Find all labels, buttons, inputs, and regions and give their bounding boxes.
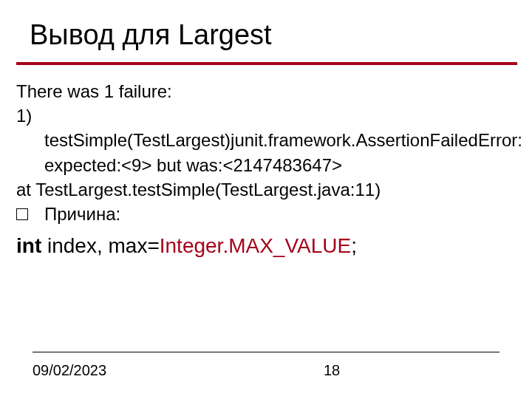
expected-line: expected:<9> but was:<2147483647> xyxy=(16,154,519,177)
footer-page-number: 18 xyxy=(324,362,340,379)
code-semicolon: ; xyxy=(351,234,357,257)
code-mid: index, max= xyxy=(41,234,160,257)
trace-main: testSimple(TestLargest)junit.framework.A… xyxy=(16,129,519,151)
code-line: int index, max=Integer.MAX_VALUE; xyxy=(16,233,519,259)
bullet-square-icon xyxy=(16,208,28,220)
code-constant: Integer.MAX_VALUE xyxy=(160,234,351,257)
reason-row: Причина: xyxy=(16,202,519,225)
reason-label: Причина: xyxy=(44,202,120,225)
failure-header: There was 1 failure: xyxy=(16,80,519,103)
code-keyword: int xyxy=(16,234,41,257)
at-line: at TestLargest.testSimple(TestLargest.ja… xyxy=(16,178,519,201)
slide-title: Вывод для Largest xyxy=(30,19,272,51)
title-underline xyxy=(16,62,517,65)
footer-rule xyxy=(33,352,499,352)
slide: Вывод для Largest There was 1 failure: 1… xyxy=(0,0,532,399)
slide-body: There was 1 failure: 1) testSimple(TestL… xyxy=(16,80,519,260)
footer-date: 09/02/2023 xyxy=(33,362,106,379)
item-number: 1) xyxy=(16,104,519,127)
